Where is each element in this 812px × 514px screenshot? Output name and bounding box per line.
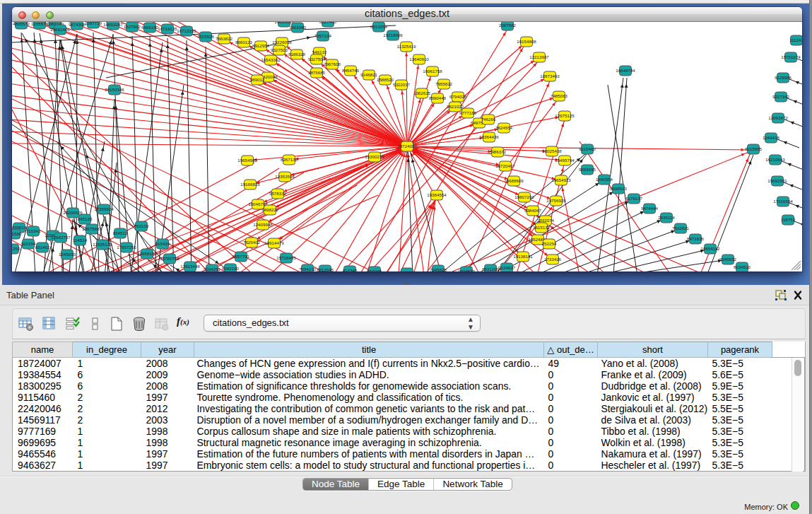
svg-text:915420: 915420 [155, 241, 170, 246]
svg-text:13495794: 13495794 [555, 158, 575, 163]
svg-text:1244418: 1244418 [763, 135, 780, 140]
svg-text:731250: 731250 [12, 246, 20, 251]
svg-text:1235576: 1235576 [31, 22, 49, 26]
svg-text:1733426: 1733426 [544, 257, 562, 262]
svg-text:17359924: 17359924 [94, 206, 114, 211]
svg-text:7986372: 7986372 [489, 149, 507, 154]
svg-text:16033809: 16033809 [274, 22, 294, 24]
svg-text:19384554: 19384554 [427, 192, 447, 197]
svg-text:16648784: 16648784 [616, 68, 635, 73]
svg-text:8267130: 8267130 [281, 157, 298, 162]
svg-text:9474444: 9474444 [641, 206, 659, 211]
svg-text:812345: 812345 [343, 268, 358, 271]
svg-text:8234510: 8234510 [734, 264, 751, 269]
svg-text:9384067: 9384067 [524, 208, 542, 213]
svg-text:20364436: 20364436 [479, 134, 499, 139]
svg-text:10654112: 10654112 [700, 246, 720, 251]
svg-text:19654985: 19654985 [237, 158, 257, 163]
svg-text:10958107: 10958107 [137, 251, 157, 256]
svg-text:19654923: 19654923 [551, 177, 571, 182]
svg-text:8990448: 8990448 [429, 95, 447, 100]
svg-text:116753: 116753 [781, 217, 796, 222]
svg-text:9699695: 9699695 [579, 167, 596, 172]
svg-text:9777169: 9777169 [459, 110, 477, 115]
svg-text:1032074: 1032074 [537, 218, 555, 223]
svg-text:10975887: 10975887 [82, 226, 102, 231]
svg-text:910245: 910245 [367, 269, 382, 271]
svg-text:845120: 845120 [78, 216, 93, 221]
svg-text:9245652: 9245652 [719, 257, 737, 262]
svg-text:7485063: 7485063 [551, 93, 568, 98]
svg-text:10719135: 10719135 [158, 26, 177, 31]
svg-text:8531209: 8531209 [482, 267, 500, 271]
svg-text:8471636: 8471636 [687, 236, 705, 241]
svg-text:6466160: 6466160 [141, 25, 159, 30]
svg-text:252254: 252254 [542, 241, 557, 246]
svg-text:12213987: 12213987 [529, 54, 549, 59]
svg-text:10025438: 10025438 [542, 148, 562, 153]
svg-text:10653267: 10653267 [103, 22, 123, 27]
svg-text:12942757: 12942757 [51, 235, 71, 240]
svg-text:7625402: 7625402 [243, 240, 261, 245]
svg-text:12093872: 12093872 [768, 115, 788, 120]
svg-text:1527602: 1527602 [124, 24, 141, 29]
svg-text:7694210: 7694210 [299, 267, 317, 271]
svg-text:5498222: 5498222 [261, 207, 279, 212]
svg-text:19166825: 19166825 [240, 182, 260, 187]
svg-text:16154808: 16154808 [517, 39, 536, 44]
svg-text:989012: 989012 [250, 77, 265, 82]
svg-text:1615132: 1615132 [533, 225, 551, 230]
svg-text:9674308: 9674308 [69, 22, 86, 27]
svg-text:7345820: 7345820 [430, 267, 447, 271]
svg-text:746266: 746266 [481, 117, 496, 122]
svg-text:14138141: 14138141 [513, 254, 533, 259]
svg-text:7515526: 7515526 [197, 34, 215, 39]
svg-text:12409948: 12409948 [253, 222, 273, 227]
svg-text:9034251: 9034251 [204, 267, 221, 271]
svg-text:18724007: 18724007 [397, 144, 417, 148]
svg-text:15751074: 15751074 [781, 54, 801, 59]
svg-text:8186328: 8186328 [288, 52, 306, 57]
svg-text:1621022: 1621022 [447, 104, 464, 109]
svg-text:12505135: 12505135 [93, 242, 112, 247]
svg-text:5938913: 5938913 [610, 186, 628, 191]
svg-text:14914479: 14914479 [264, 240, 284, 245]
svg-text:10973493: 10973493 [540, 74, 560, 78]
svg-text:4805572: 4805572 [13, 22, 30, 26]
svg-text:2935114: 2935114 [658, 215, 675, 220]
svg-text:763120: 763120 [134, 223, 149, 228]
svg-text:1024573: 1024573 [458, 269, 476, 271]
svg-text:15692901: 15692901 [767, 178, 787, 183]
svg-text:9327504: 9327504 [308, 57, 326, 62]
svg-text:9327503: 9327503 [271, 47, 288, 52]
svg-text:8215955: 8215955 [745, 146, 763, 151]
svg-text:6794028: 6794028 [449, 94, 467, 99]
svg-text:114514: 114514 [73, 238, 88, 243]
svg-text:10688609: 10688609 [504, 178, 524, 183]
svg-text:7357224: 7357224 [314, 33, 332, 38]
svg-text:111243: 111243 [789, 37, 802, 42]
svg-text:13353594: 13353594 [275, 174, 295, 179]
svg-text:16782759: 16782759 [160, 256, 180, 261]
svg-text:9129966: 9129966 [775, 75, 792, 80]
svg-text:1588520: 1588520 [377, 77, 394, 82]
svg-text:1245093: 1245093 [59, 252, 76, 257]
svg-text:17016504: 17016504 [773, 199, 793, 204]
svg-text:2087682: 2087682 [499, 23, 517, 28]
svg-text:1362615: 1362615 [413, 90, 431, 95]
svg-text:9146821: 9146821 [360, 72, 378, 77]
svg-text:13640910: 13640910 [409, 57, 429, 62]
svg-text:9245013: 9245013 [399, 270, 416, 271]
svg-text:6179137: 6179137 [625, 196, 643, 201]
svg-text:12823448: 12823448 [180, 264, 200, 269]
svg-text:16210643: 16210643 [765, 157, 785, 162]
svg-text:12975125: 12975125 [555, 113, 575, 118]
svg-text:5578332: 5578332 [269, 191, 287, 196]
svg-text:7663822: 7663822 [216, 36, 233, 41]
svg-text:8812045: 8812045 [317, 267, 334, 271]
svg-text:17957255: 17957255 [117, 245, 136, 250]
svg-text:9227342: 9227342 [772, 94, 790, 99]
svg-text:1097719: 1097719 [85, 22, 102, 25]
svg-text:20153346: 20153346 [105, 87, 124, 92]
svg-text:9115460: 9115460 [579, 146, 596, 151]
